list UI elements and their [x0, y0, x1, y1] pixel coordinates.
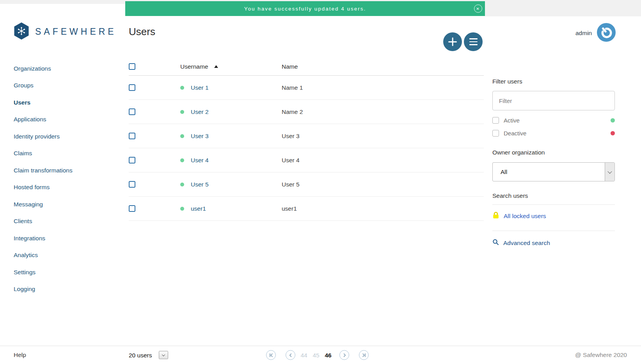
name-cell: Name 1	[282, 84, 484, 91]
deactive-status-dot	[611, 131, 615, 135]
sidebar-item-integrations[interactable]: Integrations	[14, 230, 111, 247]
owner-organization-label: Owner organization	[492, 149, 615, 156]
table-header: Username Name	[129, 58, 484, 76]
power-icon[interactable]	[597, 23, 616, 43]
copyright-label: @ Safewhere 2020	[575, 352, 627, 359]
last-page-button[interactable]	[359, 350, 369, 360]
divider	[492, 231, 615, 231]
username-link[interactable]: User 5	[191, 181, 209, 188]
page-title: Users	[129, 26, 155, 38]
sidebar-item-applications[interactable]: Applications	[14, 111, 111, 128]
advanced-search-link[interactable]: Advanced search	[492, 239, 615, 247]
column-header-name[interactable]: Name	[282, 63, 298, 70]
filter-input[interactable]	[492, 91, 615, 110]
page-size-control: 20 users	[129, 351, 168, 359]
filter-panel-title: Filter users	[492, 78, 615, 85]
name-cell: user1	[282, 205, 484, 212]
brand-name: SAFEWHERE	[35, 27, 117, 37]
advanced-search-label: Advanced search	[503, 240, 550, 247]
deactive-label: Deactive	[504, 130, 526, 137]
sidebar-item-clients[interactable]: Clients	[14, 213, 111, 230]
add-user-button[interactable]	[443, 32, 462, 51]
all-locked-users-link[interactable]: All locked users	[492, 211, 615, 220]
active-label: Active	[504, 117, 520, 124]
filter-panel: Filter users Active Deactive Owner organ…	[492, 78, 615, 247]
deactive-checkbox[interactable]	[492, 130, 499, 137]
sidebar-item-logging[interactable]: Logging	[14, 281, 111, 298]
current-user-label[interactable]: admin	[575, 30, 592, 37]
sidebar-item-settings[interactable]: Settings	[14, 264, 111, 281]
filter-active-row: Active	[492, 116, 615, 124]
sidebar-item-claim-transformations[interactable]: Claim transformations	[14, 162, 111, 179]
sidebar-item-hosted-forms[interactable]: Hosted forms	[14, 179, 111, 196]
top-right-strip	[485, 0, 641, 16]
previous-page-button[interactable]	[286, 350, 295, 360]
page-size-label: 20 users	[129, 352, 152, 359]
chevron-down-icon[interactable]	[605, 163, 614, 181]
status-active-dot	[180, 134, 184, 138]
status-active-dot	[180, 86, 184, 90]
filter-deactive-row: Deactive	[492, 129, 615, 137]
sidebar-item-messaging[interactable]: Messaging	[14, 196, 111, 213]
sidebar-nav: Organizations Groups Users Applications …	[14, 60, 111, 298]
row-checkbox[interactable]	[129, 157, 135, 163]
divider	[492, 204, 615, 205]
all-locked-users-label: All locked users	[504, 213, 546, 220]
next-page-button[interactable]	[339, 350, 349, 360]
username-link[interactable]: User 2	[191, 108, 209, 115]
success-banner: You have successfully updated 4 users. ✕	[125, 1, 485, 16]
name-cell: User 5	[282, 181, 484, 188]
owner-organization-value: All	[493, 169, 507, 176]
table-row: User 2 Name 2	[129, 100, 484, 124]
status-active-dot	[180, 183, 184, 186]
sidebar-item-organizations[interactable]: Organizations	[14, 60, 111, 77]
table-row: User 4 User 4	[129, 148, 484, 172]
sidebar-item-users[interactable]: Users	[14, 94, 111, 111]
status-active-dot	[180, 158, 184, 162]
page-size-dropdown-button[interactable]	[159, 351, 168, 359]
close-icon[interactable]: ✕	[474, 5, 482, 13]
owner-organization-select[interactable]: All	[492, 162, 615, 181]
magnifier-icon	[492, 239, 499, 247]
user-area: admin	[575, 23, 616, 43]
username-link[interactable]: User 4	[191, 157, 209, 164]
username-link[interactable]: User 3	[191, 133, 209, 140]
lock-icon	[492, 211, 499, 220]
row-checkbox[interactable]	[129, 181, 135, 188]
current-page-number: 46	[323, 352, 333, 359]
table-row: User 5 User 5	[129, 172, 484, 197]
row-checkbox[interactable]	[129, 205, 135, 212]
username-link[interactable]: User 1	[191, 84, 209, 91]
chevron-left-icon	[288, 353, 293, 357]
page-number[interactable]: 44	[299, 352, 309, 359]
sidebar-item-identity-providers[interactable]: Identity providers	[14, 128, 111, 145]
users-table: Username Name User 1 Name 1 User 2 Name …	[129, 58, 484, 221]
hamburger-icon	[469, 38, 478, 45]
active-checkbox[interactable]	[492, 117, 499, 124]
sidebar-item-groups[interactable]: Groups	[14, 77, 111, 94]
row-checkbox[interactable]	[129, 133, 135, 139]
actions-menu-button[interactable]	[464, 32, 483, 51]
name-cell: User 3	[282, 133, 484, 140]
name-cell: User 4	[282, 157, 484, 164]
brand-logo[interactable]: SAFEWHERE	[14, 22, 117, 41]
chevron-right-icon	[342, 353, 347, 357]
users-page: You have successfully updated 4 users. ✕	[0, 0, 641, 364]
sidebar-item-claims[interactable]: Claims	[14, 145, 111, 162]
select-all-checkbox[interactable]	[129, 63, 135, 70]
row-checkbox[interactable]	[129, 108, 135, 115]
table-row: User 3 User 3	[129, 124, 484, 148]
sort-ascending-icon	[214, 65, 218, 68]
footer: Help 20 users 44 45 46	[0, 346, 641, 364]
first-page-button[interactable]	[266, 350, 276, 360]
table-row: user1 user1	[129, 197, 484, 221]
help-link[interactable]: Help	[14, 352, 26, 359]
hex-snowflake-icon	[14, 22, 29, 41]
sidebar-item-analytics[interactable]: Analytics	[14, 247, 111, 264]
table-row: User 1 Name 1	[129, 76, 484, 100]
page-number[interactable]: 45	[311, 352, 321, 359]
username-link[interactable]: user1	[191, 205, 206, 212]
status-active-dot	[180, 207, 184, 211]
row-checkbox[interactable]	[129, 84, 135, 91]
column-header-username[interactable]: Username	[180, 63, 208, 70]
